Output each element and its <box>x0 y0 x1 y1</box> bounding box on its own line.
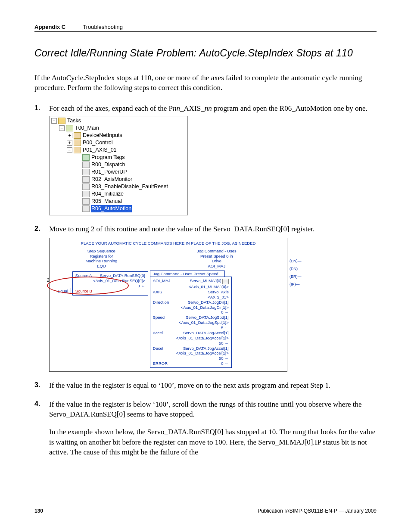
tree-item-label: DeviceNetInputs <box>82 132 123 139</box>
aoi-title: Jog Command - Uses Preset Speed... <box>150 271 225 277</box>
step-4-para2: In the example shown below, the Servo_DA… <box>49 428 375 456</box>
step-1: For each of the axes, expand each of the… <box>34 103 377 215</box>
aoi-axis-sub: <AXIS_01> <box>208 295 229 300</box>
publication-id: Publication IASIMP-QS011B-EN-P — January… <box>258 508 377 514</box>
program-icon <box>74 132 81 139</box>
tree-task[interactable]: − T00_Main <box>51 124 186 132</box>
ladder-right-col: Jog Command - Uses Preset Speed 0 in Dri… <box>150 249 283 368</box>
tree-prog-p01axis01[interactable]: − P01_AXIS_01 <box>51 146 186 154</box>
tree-program-tags[interactable]: Program Tags <box>51 154 186 161</box>
tree-item-label: P00_Control <box>82 139 113 146</box>
tree-prog-devicenetinputs[interactable]: + DeviceNetInputs <box>51 132 186 139</box>
aoi-maj-instruction[interactable]: Jog Command - Uses Preset Speed... AOI_M… <box>150 271 283 368</box>
collapse-icon[interactable]: − <box>67 147 72 153</box>
tree-screenshot: − Tasks − T00_Main + DeviceNetInputs <box>49 116 188 215</box>
equ-title: Equal <box>55 288 71 294</box>
equ-srcA-sub: <Axis_01_Data.RunSEQ[0]> <box>93 278 145 283</box>
left-equ-cap: EQU <box>53 264 150 269</box>
tree-routine-r02[interactable]: R02_AxisMonitor <box>51 176 186 183</box>
tree-root[interactable]: − Tasks <box>51 117 186 124</box>
page-header: Appendix C Troubleshooting <box>34 24 377 30</box>
tree-routine-r04[interactable]: R04_Initialize <box>51 190 186 198</box>
tree-item-label: R03_EnableDisable_FaultReset <box>91 183 168 190</box>
aoi-err-l: ERROR <box>153 361 168 366</box>
aoi-dec-v: Servo_DATA.JogAccel[1] <box>183 346 229 351</box>
step-2-text: Move to rung 2 of this routine and note … <box>49 225 314 233</box>
routine-icon <box>82 162 90 168</box>
routine-icon <box>82 198 90 205</box>
program-icon <box>74 140 81 146</box>
aoi-spd-sub: <Axis_01_Data.JogSpd[1]> <box>179 320 229 325</box>
equ-srcA-val: 0 ← <box>137 283 145 289</box>
tree-routine-r05[interactable]: R05_Manual <box>51 198 186 205</box>
tags-icon <box>82 154 90 161</box>
collapse-icon[interactable]: − <box>59 125 65 131</box>
routine-icon <box>82 169 90 175</box>
aoi-dir-v: Servo_DATA.JogDir[1] <box>188 300 229 305</box>
expand-icon[interactable]: + <box>67 133 72 138</box>
routine-icon <box>82 184 90 190</box>
tree-routine-r00[interactable]: R00_Dispatch <box>51 161 186 168</box>
equ-srcB-label: Source B <box>75 289 92 294</box>
aoi-err-v: 0 ← <box>221 361 228 366</box>
aoi-maj-v: Servo_MI.MAJ[0] <box>190 278 221 283</box>
aoi-axis-v: Servo_Axis <box>208 289 229 295</box>
aoi-maj-l: AOI_MAJ <box>153 278 171 284</box>
tree-task-label: T00_Main <box>75 124 100 132</box>
task-icon <box>66 125 73 131</box>
collapse-icon[interactable]: − <box>51 118 57 124</box>
aoi-dir-l: Direction <box>153 300 169 305</box>
aoi-spd-val: 5 ← <box>221 325 228 330</box>
tree-item-label-selected: R06_AutoMotion <box>91 205 132 212</box>
aoi-spd-l: Speed <box>153 315 165 320</box>
page-number: 130 <box>34 508 43 514</box>
ellipsis-button[interactable]: … <box>222 279 229 284</box>
tree-routine-r06[interactable]: R06_AutoMotion <box>51 205 186 212</box>
tree-item-label: R04_Initialize <box>91 190 124 198</box>
folder-icon <box>58 118 65 124</box>
tree-item-label: R02_AxisMonitor <box>91 176 133 183</box>
routine-icon <box>82 176 90 183</box>
step-3-text: If the value in the register is equal to… <box>49 381 330 389</box>
routine-icon <box>82 191 90 197</box>
aoi-dec-l: Decel <box>153 346 163 351</box>
left-hdr-3: Machine Running <box>53 258 150 264</box>
tree-routine-r01[interactable]: R01_PowerUP <box>51 168 186 176</box>
step-4: If the value in the register is below ‘1… <box>34 399 377 457</box>
aoi-dir-val: 0 ← <box>221 310 228 315</box>
step-3: If the value in the register is equal to… <box>34 380 377 390</box>
header-section: Troubleshooting <box>83 24 123 30</box>
tree-item-label: Program Tags <box>91 154 125 161</box>
tree-prog-p00control[interactable]: + P00_Control <box>51 139 186 146</box>
header-rule <box>34 31 377 32</box>
step-list: For each of the axes, expand each of the… <box>34 103 377 457</box>
aoi-dec-sub: <Axis_01_Data.JogAccel[1]> <box>176 351 229 356</box>
expand-icon[interactable]: + <box>67 140 72 146</box>
tree-item-label: R00_Dispatch <box>91 161 126 168</box>
aoi-dec-val: 50 ← <box>219 356 229 361</box>
section-title: Correct Idle/Running State Problem: Auto… <box>34 47 377 59</box>
routine-icon <box>82 205 90 212</box>
aoi-dir-sub: <Axis_01_Data.JogDir[1]> <box>181 305 229 310</box>
pin-en: (EN)— <box>290 257 302 265</box>
aoi-acc-sub: <Axis_01_Data.JogAccel[1]> <box>176 336 229 341</box>
aoi-acc-l: Accel <box>153 330 163 336</box>
page-footer: 130 Publication IASIMP-QS011B-EN-P — Jan… <box>34 506 377 514</box>
equ-instruction[interactable]: Equal Source AServo_DATA.RunSEQ[0] <Axis… <box>55 271 148 296</box>
equ-srcA-value: Servo_DATA.RunSEQ[0] <box>100 273 145 278</box>
pin-er: (ER)— <box>290 273 302 280</box>
aoi-maj-sub: <Axis_01_MI.MAJ[0]> <box>189 284 229 289</box>
aoi-axis-l: AXIS <box>153 289 162 295</box>
step-4-text: If the value in the register is below ‘1… <box>49 400 362 418</box>
left-hdr-1: Step Sequence <box>53 249 150 254</box>
tree-item-label: R01_PowerUP <box>91 168 128 176</box>
step-2: Move to rung 2 of this routine and note … <box>34 224 377 372</box>
ladder-screenshot: 2 PLACE YOUR AUTOMATIC CYCLE COMMANDS HE… <box>49 238 287 372</box>
right-hdr-1: Jog Command - Uses <box>150 249 283 254</box>
equ-srcA-label: Source A <box>75 273 92 278</box>
tree-routine-r03[interactable]: R03_EnableDisable_FaultReset <box>51 183 186 190</box>
rung-number: 2 <box>47 278 50 283</box>
right-hdr-2: Preset Speed 0 in <box>150 254 283 259</box>
intro-paragraph: If the AutoCycle.StepIndex stops at 110,… <box>34 73 377 93</box>
tree-root-label: Tasks <box>67 117 81 124</box>
